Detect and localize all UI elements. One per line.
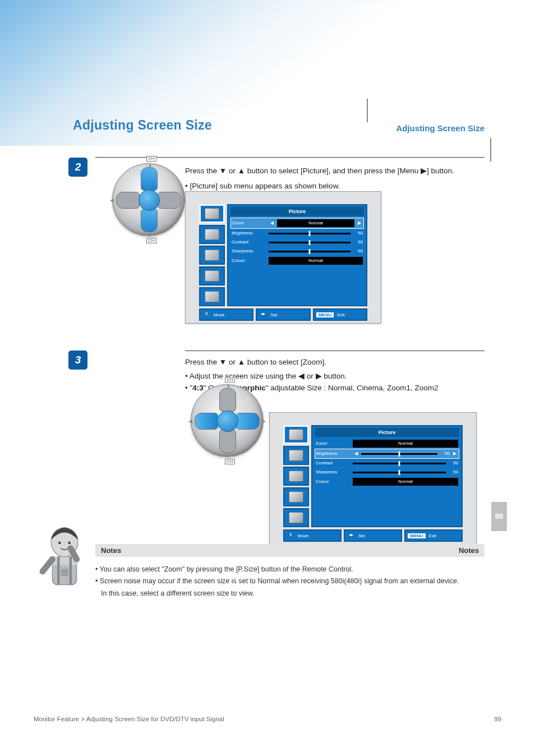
- kid-illustration: [34, 522, 95, 594]
- osd-sidebar-item: [283, 487, 309, 506]
- arrow-right-icon: ▶: [357, 220, 362, 227]
- osd-row-contrast: Contrast 50: [315, 459, 459, 468]
- osd-sidebar-item: [199, 266, 225, 285]
- step-3: 3 Press the ▼ or ▲ button to select [Zoo…: [95, 351, 485, 394]
- osd-body: Picture Zoom ◀ Normal ▶ Brightness 50 Co…: [227, 204, 367, 306]
- step-number: 2: [68, 158, 87, 177]
- step-3-text: Press the ▼ or ▲ button to select [Zoom]…: [95, 351, 485, 394]
- setup-icon: [289, 491, 303, 503]
- menu-tag: MENU: [408, 533, 426, 538]
- up-triangle-icon: ▲: [238, 358, 245, 366]
- broadcast-icon: [205, 291, 219, 302]
- page-title: Adjusting Screen Size: [73, 118, 212, 133]
- menu-tag: MENU: [316, 312, 334, 317]
- osd-row-brightness: Brightness ◀ 50 ▶: [315, 449, 459, 459]
- dpad-label-top: CH: [225, 377, 235, 382]
- slider: [269, 233, 350, 234]
- osd-row-zoom: Zoom Normal: [315, 439, 459, 449]
- footer-breadcrumb: Monitor Feature > Adjusting Screen Size …: [34, 716, 224, 722]
- step-number: 3: [68, 351, 87, 370]
- dpad-right: [158, 192, 181, 209]
- osd-sidebar-item: [283, 467, 309, 486]
- osd-row-contrast: Contrast 50: [230, 238, 364, 247]
- slider: [353, 463, 446, 464]
- page-subtitle: Adjusting Screen Size: [396, 123, 485, 133]
- dpad-label-bottom: CH: [146, 238, 156, 243]
- osd-sidebar-item: [283, 508, 309, 527]
- osd-sidebar: [283, 425, 309, 527]
- osd-sidebar: [199, 204, 225, 306]
- osd-row-zoom: Zoom ◀ Normal ▶: [230, 218, 364, 229]
- dpad-center: [217, 411, 238, 432]
- dpad-right: [236, 413, 260, 430]
- down-triangle-icon: ▼: [219, 167, 227, 175]
- arrow-left-icon: ◀: [188, 418, 192, 424]
- leftright-icon: ◂▸: [347, 532, 355, 539]
- dpad-vertical: CH CH ▲ ▼ ◀ ▶: [112, 163, 185, 236]
- updown-icon: ⇕: [287, 532, 294, 539]
- osd-sidebar-item: [283, 425, 309, 444]
- dpad-down: [219, 430, 236, 453]
- arrow-down-icon: ▼: [147, 232, 153, 237]
- osd-screenshot-2: Picture Zoom Normal Brightness ◀ 50 ▶ Co…: [269, 412, 477, 545]
- osd-title: Picture: [230, 207, 364, 216]
- svg-point-1: [58, 542, 61, 544]
- notes-label-left: Notes: [101, 546, 121, 555]
- decorative-dandelion: [320, 6, 415, 101]
- dpad-center: [139, 190, 160, 211]
- footer-page-number: 99: [494, 716, 501, 722]
- osd-row-colour: Colour Normal: [315, 477, 459, 487]
- osd-sidebar-item: [199, 204, 225, 223]
- svg-rect-6: [70, 557, 72, 585]
- page-footer: Monitor Feature > Adjusting Screen Size …: [34, 716, 501, 722]
- osd-row-colour: Colour Normal: [230, 256, 364, 266]
- picture-icon: [205, 208, 219, 219]
- broadcast-icon: [289, 512, 303, 523]
- dpad-up: [141, 167, 158, 191]
- arrow-down-icon: ▼: [226, 453, 231, 458]
- dpad-left: [195, 413, 218, 430]
- dpad-horizontal: CH CH ▲ ▼ ◀ ▶: [191, 384, 264, 457]
- down-triangle-icon: ▼: [219, 358, 227, 366]
- svg-rect-7: [61, 569, 68, 577]
- notes-body: • You can also select "Zoom" by pressing…: [95, 557, 485, 600]
- osd-footer: ⇕Move ◂▸Sel. MENUExit: [199, 308, 367, 321]
- osd-sidebar-item: [199, 246, 225, 265]
- dpad-up: [219, 388, 236, 412]
- notes-section: Notes Notes • You can also select "Zoom"…: [95, 544, 485, 600]
- arrow-left-icon: ◀: [269, 220, 275, 227]
- osd-screenshot-1: Picture Zoom ◀ Normal ▶ Brightness 50 Co…: [185, 191, 381, 324]
- arrow-right-icon: ▶: [262, 418, 266, 424]
- osd-row-brightness: Brightness 50: [230, 229, 364, 238]
- dpad-label-bottom: CH: [225, 459, 235, 464]
- dpad-left: [116, 192, 140, 209]
- page-title-row: Adjusting Screen Size Adjusting Screen S…: [73, 118, 485, 133]
- osd-footer: ⇕Move ◂▸Sel. MENUExit: [283, 529, 463, 542]
- picture-icon: [289, 429, 303, 440]
- leftright-icon: ◂▸: [259, 311, 267, 318]
- sound-icon: [289, 450, 303, 461]
- slider: [269, 242, 350, 243]
- updown-icon: ⇕: [202, 311, 210, 318]
- screen-icon: [289, 471, 303, 482]
- osd-sidebar-item: [199, 287, 225, 306]
- svg-rect-5: [57, 557, 59, 585]
- setup-icon: [205, 270, 219, 282]
- slider: [353, 472, 446, 473]
- arrow-right-icon: ▶: [452, 450, 458, 457]
- arrow-left-icon: ◀: [353, 450, 359, 457]
- up-triangle-icon: ▲: [238, 167, 245, 175]
- svg-point-2: [68, 542, 71, 544]
- arrow-left-icon: ◀: [110, 197, 114, 203]
- osd-row-sharpness: Sharpness 50: [315, 468, 459, 477]
- dpad-label-top: CH: [146, 156, 156, 162]
- notes-label-right: Notes: [459, 546, 479, 555]
- screen-icon: [205, 250, 219, 261]
- notes-header: Notes Notes: [95, 544, 485, 557]
- slider: [361, 453, 437, 455]
- osd-sidebar-item: [199, 225, 225, 244]
- dpad-down: [141, 209, 158, 232]
- osd-sidebar-item: [283, 446, 309, 465]
- osd-row-sharpness: Sharpness 50: [230, 247, 364, 256]
- sound-icon: [205, 229, 219, 240]
